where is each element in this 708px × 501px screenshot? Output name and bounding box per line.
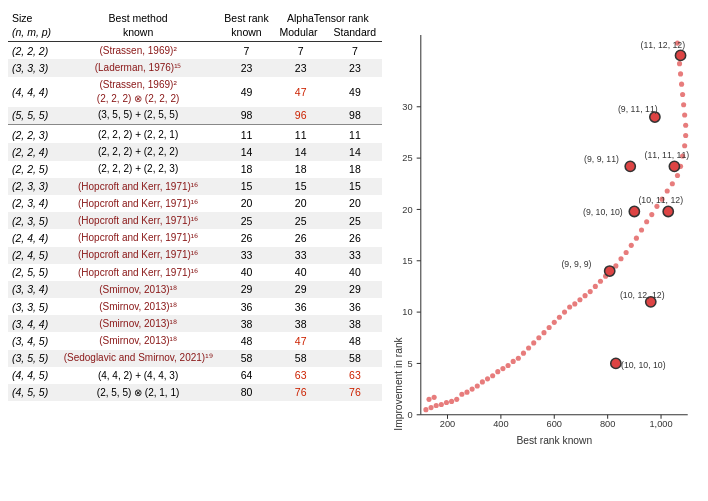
cell-standard-rank: 14 [328,143,382,160]
data-dot [618,256,623,261]
cell-best-rank: 80 [219,384,273,401]
cell-size: (4, 5, 5) [8,384,57,401]
cell-method: (4, 4, 2) + (4, 4, 3) [57,367,220,384]
x-tick-label: 600 [547,419,562,429]
data-dot [432,395,437,400]
data-dot [683,123,688,128]
cell-standard-rank: 25 [328,212,382,229]
y-tick-label: 20 [402,205,412,215]
y-tick-label: 25 [402,153,412,163]
cell-size: (3, 3, 4) [8,281,57,298]
cell-modular-rank: 23 [274,59,328,76]
cell-best-rank: 11 [219,124,273,143]
cell-method: (Strassen, 1969)²(2, 2, 2) ⊗ (2, 2, 2) [57,77,220,107]
data-dot [429,405,434,410]
x-tick-label: 200 [440,419,455,429]
data-dot [434,403,439,408]
cell-size: (2, 4, 4) [8,229,57,246]
data-dot [516,356,521,361]
cell-method: (Smirnov, 2013)¹⁸ [57,298,220,315]
cell-best-rank: 40 [219,264,273,281]
cell-best-rank: 7 [219,42,273,60]
cell-modular-rank: 63 [274,367,328,384]
cell-method: (2, 2, 2) + (2, 2, 1) [57,124,220,143]
y-tick-label: 30 [402,102,412,112]
cell-method: (Hopcroft and Kerr, 1971)¹⁶ [57,247,220,264]
data-dot [593,284,598,289]
labeled-point-9-9-9 [605,266,615,276]
cell-standard-rank: 29 [328,281,382,298]
data-dot [682,112,687,117]
chart-section: Improvement in rank 200 400 600 800 1,00… [390,0,708,501]
data-dot [634,236,639,241]
scatter-plot: Improvement in rank 200 400 600 800 1,00… [390,10,698,491]
cell-method: (2, 2, 2) + (2, 2, 3) [57,161,220,178]
cell-size: (2, 3, 4) [8,195,57,212]
cell-method: (3, 5, 5) + (2, 5, 5) [57,107,220,125]
cell-standard-rank: 18 [328,161,382,178]
col-size: Size(n, m, p) [8,10,57,42]
label-11-11-11: (11, 11, 11) [645,150,690,160]
data-dot [470,387,475,392]
cell-method: (Hopcroft and Kerr, 1971)¹⁶ [57,229,220,246]
data-dot [583,293,588,298]
data-dot [480,379,485,384]
cell-modular-rank: 25 [274,212,328,229]
cell-standard-rank: 58 [328,350,382,367]
data-dot [547,325,552,330]
cell-size: (4, 4, 5) [8,367,57,384]
cell-method: (Hopcroft and Kerr, 1971)¹⁶ [57,195,220,212]
col-alphatensor: AlphaTensor rank ModularStandard [274,10,382,42]
label-9-9-9: (9, 9, 9) [561,259,591,269]
cell-modular-rank: 29 [274,281,328,298]
cell-standard-rank: 38 [328,315,382,332]
data-dot [526,345,531,350]
cell-best-rank: 36 [219,298,273,315]
labeled-point-9-10-10 [629,206,639,216]
cell-size: (2, 4, 5) [8,247,57,264]
cell-standard-rank: 26 [328,229,382,246]
label-10-11-12: (10, 11, 12) [638,195,683,205]
cell-size: (2, 5, 5) [8,264,57,281]
x-axis-label: Best rank known [516,435,592,446]
cell-method: (Hopcroft and Kerr, 1971)¹⁶ [57,264,220,281]
data-dot [675,173,680,178]
cell-best-rank: 26 [219,229,273,246]
data-dot [567,304,572,309]
cell-best-rank: 14 [219,143,273,160]
cell-best-rank: 33 [219,247,273,264]
label-9-10-10: (9, 10, 10) [583,207,623,217]
data-dot [531,340,536,345]
data-dot [680,92,685,97]
cell-method: (Smirnov, 2013)¹⁸ [57,332,220,349]
label-10-10-10: (10, 10, 10) [621,360,666,370]
cell-modular-rank: 76 [274,384,328,401]
data-dot [475,383,480,388]
labeled-point-11-11-11 [669,161,679,171]
x-tick-label: 1,000 [649,419,672,429]
cell-modular-rank: 20 [274,195,328,212]
cell-method: (Smirnov, 2013)¹⁸ [57,281,220,298]
data-dot [577,297,582,302]
cell-standard-rank: 20 [328,195,382,212]
data-dot [423,407,428,412]
cell-best-rank: 18 [219,161,273,178]
label-11-12-12: (11, 12, 12) [641,40,686,50]
cell-standard-rank: 49 [328,77,382,107]
cell-size: (2, 2, 4) [8,143,57,160]
cell-size: (2, 3, 3) [8,178,57,195]
label-10-12-12: (10, 12, 12) [620,290,665,300]
cell-best-rank: 38 [219,315,273,332]
cell-modular-rank: 58 [274,350,328,367]
data-dot [683,133,688,138]
cell-method: (Hopcroft and Kerr, 1971)¹⁶ [57,178,220,195]
cell-method: (Strassen, 1969)² [57,42,220,60]
label-9-9-11: (9, 9, 11) [584,154,619,164]
cell-modular-rank: 14 [274,143,328,160]
cell-best-rank: 20 [219,195,273,212]
cell-best-rank: 15 [219,178,273,195]
cell-method: (Sedoglavic and Smirnov, 2021)¹⁹ [57,350,220,367]
cell-modular-rank: 47 [274,77,328,107]
cell-best-rank: 49 [219,77,273,107]
y-tick-label: 15 [402,256,412,266]
